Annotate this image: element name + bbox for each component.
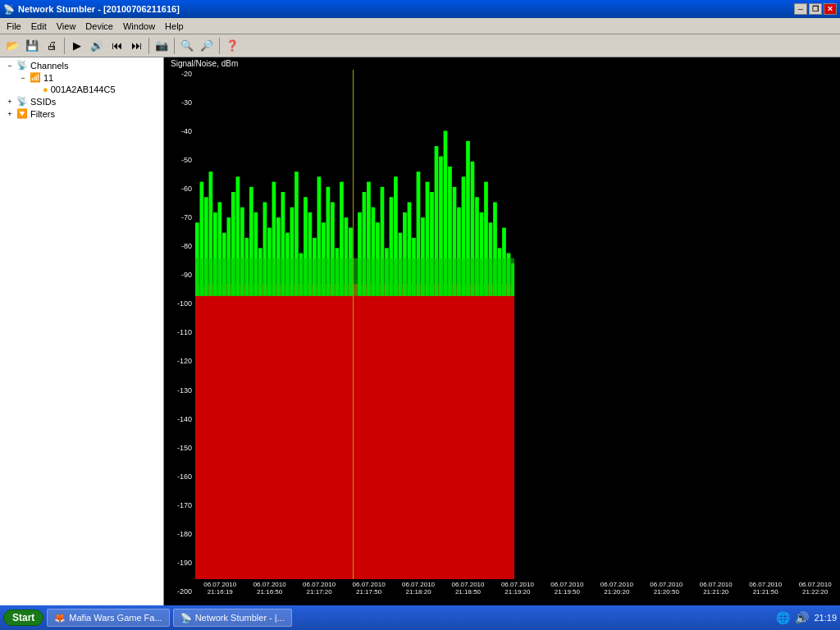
menu-edit[interactable]: Edit bbox=[26, 20, 52, 33]
menu-window[interactable]: Window bbox=[118, 20, 160, 33]
sidebar-item-ap[interactable]: · ● 001A2AB144C5 bbox=[28, 84, 162, 95]
next-button[interactable]: ⏭ bbox=[127, 37, 145, 55]
y-label-6: -80 bbox=[164, 242, 195, 250]
chart-area: Signal/Noise, dBm -20 -30 -40 -50 -60 -7… bbox=[164, 57, 840, 612]
svg-rect-1 bbox=[195, 296, 514, 579]
sidebar: − 📡 Channels − 📶 11 · ● 001A2AB144C5 + 📡… bbox=[0, 57, 164, 612]
volume-tray-icon: 🔊 bbox=[795, 611, 809, 624]
ssids-expander[interactable]: + bbox=[3, 98, 16, 106]
y-label-4: -60 bbox=[164, 185, 195, 193]
taskbar-left: Start 🦊 Mafia Wars Game Fa... 📡 Network … bbox=[3, 609, 292, 627]
open-button[interactable]: 📂 bbox=[3, 37, 21, 55]
channels-label: Channels bbox=[30, 61, 68, 71]
x-label-5: 06.07.2010 21:18:50 bbox=[445, 581, 491, 596]
y-label-12: -140 bbox=[164, 415, 195, 423]
y-label-11: -130 bbox=[164, 386, 195, 395]
filters-expander[interactable]: + bbox=[3, 110, 16, 118]
taskbar-right: 🌐 🔊 21:19 bbox=[776, 611, 837, 624]
y-axis: -20 -30 -40 -50 -60 -70 -80 -90 -100 -11… bbox=[164, 57, 195, 612]
menu-file[interactable]: File bbox=[2, 20, 26, 33]
taskbar-item-stumbler[interactable]: 📡 Network Stumbler - |... bbox=[173, 609, 292, 627]
sidebar-item-channels[interactable]: − 📡 Channels bbox=[2, 59, 162, 71]
y-label-0: -20 bbox=[164, 70, 195, 78]
close-button[interactable]: ✕ bbox=[824, 3, 837, 15]
y-label-18: -200 bbox=[164, 587, 195, 596]
x-label-9: 06.07.2010 21:20:50 bbox=[644, 581, 689, 596]
minimize-button[interactable]: ─ bbox=[794, 3, 807, 15]
y-label-13: -150 bbox=[164, 444, 195, 452]
zoom-in-button[interactable]: 🔍 bbox=[178, 37, 196, 55]
stumbler-icon: 📡 bbox=[180, 613, 192, 623]
save-button[interactable]: 💾 bbox=[23, 37, 41, 55]
taskbar: Start 🦊 Mafia Wars Game Fa... 📡 Network … bbox=[0, 605, 840, 630]
toolbar-separator-4 bbox=[219, 38, 220, 54]
ch11-label: 11 bbox=[43, 73, 53, 83]
sound-button[interactable]: 🔊 bbox=[88, 37, 106, 55]
mafia-icon: 🦊 bbox=[54, 613, 66, 623]
ap-label: 001A2AB144C5 bbox=[51, 84, 116, 94]
toolbar-separator-1 bbox=[64, 38, 65, 54]
sidebar-item-ch11[interactable]: − 📶 11 bbox=[15, 71, 162, 84]
x-label-8: 06.07.2010 21:20:20 bbox=[594, 581, 639, 596]
x-label-12: 06.07.2010 21:22:20 bbox=[792, 581, 838, 596]
y-label-16: -180 bbox=[164, 530, 195, 538]
taskbar-item-mafia[interactable]: 🦊 Mafia Wars Game Fa... bbox=[47, 609, 169, 627]
y-label-1: -30 bbox=[164, 98, 195, 107]
toolbar: 📂 💾 🖨 ▶ 🔊 ⏮ ⏭ 📷 🔍 🔎 ❓ bbox=[0, 34, 840, 57]
ssids-icon: 📡 bbox=[16, 96, 28, 107]
x-label-10: 06.07.2010 21:21:20 bbox=[693, 581, 738, 596]
menu-bar: File Edit View Device Window Help bbox=[0, 18, 840, 34]
stumbler-label: Network Stumbler - |... bbox=[195, 613, 285, 623]
prev-button[interactable]: ⏮ bbox=[107, 37, 126, 55]
ap-expander[interactable]: · bbox=[30, 85, 43, 94]
chart-svg-container bbox=[195, 70, 840, 579]
x-label-4: 06.07.2010 21:18:20 bbox=[396, 581, 441, 596]
x-label-6: 06.07.2010 21:19:20 bbox=[495, 581, 540, 596]
start-button[interactable]: Start bbox=[3, 609, 43, 626]
x-label-0: 06.07.2010 21:16:19 bbox=[198, 581, 243, 596]
y-label-5: -70 bbox=[164, 213, 195, 221]
toolbar-separator-3 bbox=[174, 38, 175, 54]
svg-rect-74 bbox=[514, 70, 840, 579]
y-label-3: -50 bbox=[164, 156, 195, 164]
y-label-17: -190 bbox=[164, 559, 195, 567]
channels-icon: 📡 bbox=[16, 60, 28, 71]
channels-expander[interactable]: − bbox=[3, 62, 16, 70]
print-button[interactable]: 🖨 bbox=[43, 37, 61, 55]
app-icon: 📡 bbox=[3, 4, 15, 15]
menu-device[interactable]: Device bbox=[80, 20, 118, 33]
y-label-10: -120 bbox=[164, 357, 195, 365]
zoom-out-button[interactable]: 🔎 bbox=[198, 37, 216, 55]
taskbar-time: 21:19 bbox=[814, 613, 837, 623]
y-label-8: -100 bbox=[164, 299, 195, 308]
y-label-15: -170 bbox=[164, 501, 195, 509]
title-bar-controls: ─ ❐ ✕ bbox=[794, 3, 837, 15]
sidebar-item-ssids[interactable]: + 📡 SSIDs bbox=[2, 95, 162, 107]
x-label-7: 06.07.2010 21:19:50 bbox=[545, 581, 590, 596]
ssids-label: SSIDs bbox=[30, 97, 56, 107]
network-tray-icon: 🌐 bbox=[776, 611, 790, 624]
main-area: − 📡 Channels − 📶 11 · ● 001A2AB144C5 + 📡… bbox=[0, 57, 840, 612]
y-label-7: -90 bbox=[164, 271, 195, 279]
signal-chart bbox=[195, 70, 840, 579]
capture-button[interactable]: 📷 bbox=[153, 37, 171, 55]
sidebar-item-filters[interactable]: + 🔽 Filters bbox=[2, 107, 162, 120]
restore-button[interactable]: ❐ bbox=[809, 3, 822, 15]
filters-icon: 🔽 bbox=[16, 108, 28, 119]
play-button[interactable]: ▶ bbox=[68, 37, 86, 55]
filters-label: Filters bbox=[30, 109, 55, 119]
title-bar: 📡 Network Stumbler - [20100706211616] ─ … bbox=[0, 0, 840, 18]
x-label-11: 06.07.2010 21:21:50 bbox=[743, 581, 788, 596]
x-label-2: 06.07.2010 21:17:20 bbox=[297, 581, 342, 596]
mafia-label: Mafia Wars Game Fa... bbox=[69, 613, 162, 623]
ch11-expander[interactable]: − bbox=[16, 74, 30, 82]
title-bar-left: 📡 Network Stumbler - [20100706211616] bbox=[3, 4, 180, 15]
y-label-2: -40 bbox=[164, 127, 195, 135]
y-label-9: -110 bbox=[164, 328, 195, 336]
x-label-1: 06.07.2010 21:16:50 bbox=[247, 581, 292, 596]
menu-help[interactable]: Help bbox=[160, 20, 189, 33]
menu-view[interactable]: View bbox=[52, 20, 81, 33]
toolbar-separator-2 bbox=[148, 38, 149, 54]
ch11-icon: 📶 bbox=[30, 72, 41, 83]
help-button[interactable]: ❓ bbox=[223, 37, 241, 55]
